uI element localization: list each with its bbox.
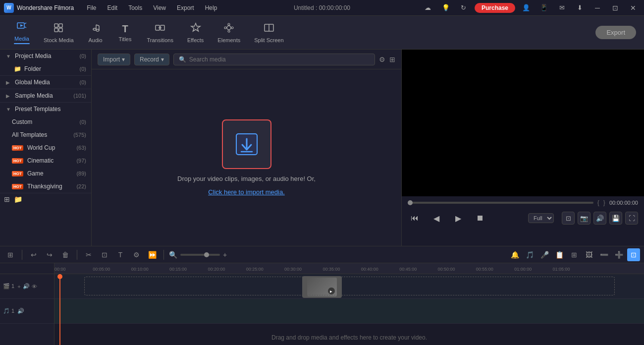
- effects-label: Effects: [187, 37, 204, 43]
- stop-button[interactable]: ⏹: [473, 211, 487, 225]
- tl-icon-2[interactable]: 🎵: [523, 248, 536, 261]
- video-eye-btn[interactable]: 👁: [32, 284, 37, 289]
- redo-button[interactable]: ↪: [43, 248, 56, 261]
- scrubber-handle[interactable]: [408, 200, 413, 205]
- project-media-row[interactable]: ▼ Project Media (0): [0, 50, 91, 62]
- svg-point-18: [228, 23, 230, 25]
- minimize-button[interactable]: ─: [590, 2, 604, 13]
- playhead[interactable]: [59, 274, 60, 345]
- drop-zone[interactable]: Drop your video clips, images, or audio …: [92, 69, 401, 246]
- toolbar-item-media[interactable]: Media: [8, 18, 36, 47]
- toolbar-item-transitions[interactable]: Transitions: [141, 19, 179, 46]
- template-cinematic-row[interactable]: HOT Cinematic (97): [0, 154, 91, 167]
- import-link[interactable]: Click here to import media.: [208, 188, 285, 196]
- zoom-in-btn[interactable]: ➕: [612, 248, 625, 261]
- toolbar-item-titles[interactable]: T Titles: [111, 20, 139, 45]
- toolbar-item-effects[interactable]: Effects: [181, 19, 210, 46]
- splitscreen-label: Split Screen: [254, 37, 283, 43]
- video-audio-btn[interactable]: 🔊: [23, 283, 30, 289]
- zoom-slider[interactable]: [180, 254, 220, 256]
- folder-row[interactable]: 📁 Folder (0): [0, 62, 91, 75]
- crop-button[interactable]: ⊡: [98, 248, 111, 261]
- template-game-count: (89): [76, 171, 86, 176]
- save-frame-btn[interactable]: 💾: [609, 212, 622, 225]
- maximize-button[interactable]: ⊡: [608, 2, 622, 13]
- menu-export[interactable]: Export: [172, 2, 199, 13]
- delete-button[interactable]: 🗑: [59, 248, 72, 261]
- menu-edit[interactable]: Edit: [103, 2, 123, 13]
- video-add-btn[interactable]: +: [17, 284, 20, 289]
- cut-button[interactable]: ✂: [82, 248, 95, 261]
- tl-icon-6[interactable]: 🖼: [583, 248, 595, 261]
- grid-view-icon[interactable]: ⊞: [389, 56, 395, 63]
- audio-track: [54, 299, 644, 324]
- tl-icon-3[interactable]: 🎤: [538, 248, 551, 261]
- menu-tools[interactable]: Tools: [123, 2, 147, 13]
- zoom-in-icon[interactable]: +: [223, 251, 227, 259]
- add-folder-icon[interactable]: ⊞: [4, 195, 10, 203]
- mail-icon[interactable]: ✉: [555, 2, 569, 13]
- template-thanksgiving-row[interactable]: HOT Thanksgiving (22): [0, 180, 91, 193]
- speed-button[interactable]: ⏩: [146, 248, 159, 261]
- new-folder-icon[interactable]: 📁: [14, 195, 22, 203]
- phone-icon[interactable]: 📱: [537, 2, 551, 13]
- app-logo-icon: W: [4, 3, 14, 13]
- filter-icon[interactable]: ⚙: [379, 56, 385, 63]
- refresh-icon[interactable]: ↻: [457, 2, 471, 13]
- template-thanksgiving-label: Thanksgiving: [27, 183, 74, 190]
- play-button[interactable]: ▶: [451, 211, 465, 225]
- template-all-count: (575): [73, 132, 86, 138]
- tl-icon-last[interactable]: ⊡: [627, 248, 640, 261]
- template-worldcup-row[interactable]: HOT World Cup (63): [0, 141, 91, 154]
- template-game-row[interactable]: HOT Game (89): [0, 167, 91, 180]
- tl-icon-4[interactable]: 📋: [553, 248, 566, 261]
- toolbar-item-stock[interactable]: Stock Media: [38, 19, 80, 46]
- audio-vol-btn[interactable]: 🔊: [17, 308, 24, 314]
- menu-view[interactable]: View: [148, 2, 171, 13]
- download-icon[interactable]: ⬇: [573, 2, 587, 13]
- left-panel-collapse[interactable]: ◀: [91, 140, 92, 155]
- tl-icon-1[interactable]: 🔔: [508, 248, 521, 261]
- template-all-row[interactable]: All Templates (575): [0, 128, 91, 141]
- zoom-out-icon[interactable]: 🔍: [169, 251, 177, 259]
- user-icon[interactable]: 👤: [519, 2, 533, 13]
- cloud-icon[interactable]: ☁: [421, 2, 435, 13]
- step-back-button[interactable]: ⏮: [408, 211, 422, 225]
- zoom-out-btn[interactable]: ➖: [597, 248, 610, 261]
- global-media-row[interactable]: ▶ Global Media (0): [0, 76, 91, 89]
- svg-point-12: [96, 29, 99, 31]
- timeline-grid-btn[interactable]: ⊞: [4, 248, 17, 261]
- template-custom-row[interactable]: Custom (0): [0, 115, 91, 128]
- quality-select[interactable]: Full 1/2 1/4: [528, 213, 554, 223]
- tl-icon-5[interactable]: ⊞: [568, 248, 581, 261]
- close-button[interactable]: ✕: [626, 2, 640, 13]
- text-button[interactable]: T: [114, 248, 127, 261]
- zoom-thumb[interactable]: [204, 252, 209, 257]
- sample-media-row[interactable]: ▶ Sample Media (101): [0, 89, 91, 102]
- audio-btn[interactable]: 🔊: [593, 212, 606, 225]
- screenshot-btn[interactable]: 📷: [578, 212, 590, 225]
- play-reverse-button[interactable]: ◀: [429, 211, 443, 225]
- snapshot-btn[interactable]: ⊡: [562, 212, 575, 225]
- search-input[interactable]: [189, 56, 370, 63]
- menu-file[interactable]: File: [82, 2, 101, 13]
- menu-help[interactable]: Help: [200, 2, 222, 13]
- preset-templates-row[interactable]: ▼ Preset Templates: [0, 103, 91, 115]
- svg-rect-6: [54, 28, 58, 32]
- preview-scrubber[interactable]: [408, 202, 593, 204]
- search-icon: 🔍: [179, 56, 186, 63]
- color-button[interactable]: ⚙: [130, 248, 143, 261]
- import-button[interactable]: Import ▾: [98, 54, 130, 65]
- purchase-button[interactable]: Purchase: [475, 3, 515, 13]
- bulb-icon[interactable]: 💡: [439, 2, 453, 13]
- toolbar-item-splitscreen[interactable]: Split Screen: [248, 19, 289, 46]
- fullscreen-btn[interactable]: ⛶: [625, 212, 638, 225]
- playhead-top: [57, 274, 62, 279]
- undo-button[interactable]: ↩: [27, 248, 40, 261]
- global-media-count: (0): [80, 79, 86, 85]
- project-media-section: ▼ Project Media (0) 📁 Folder (0): [0, 50, 91, 76]
- toolbar-item-audio[interactable]: Audio: [82, 19, 109, 46]
- export-button[interactable]: Export: [595, 26, 636, 39]
- toolbar-item-elements[interactable]: Elements: [212, 19, 246, 46]
- record-button[interactable]: Record ▾: [134, 54, 169, 65]
